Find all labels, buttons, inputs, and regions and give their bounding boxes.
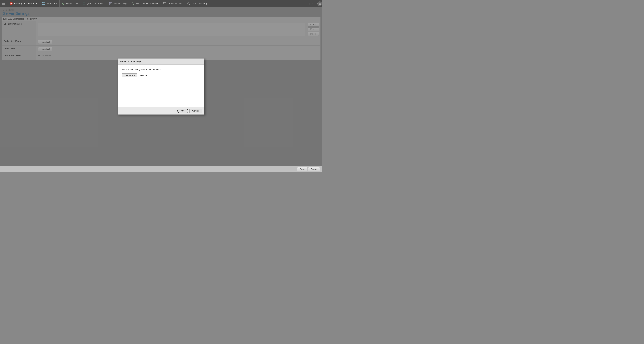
import-certificate-dialog: Import Certificate(s) Select a certifica… xyxy=(118,59,204,115)
svg-rect-5 xyxy=(63,3,64,3)
nav-label-tie-reputations: TIE Reputations xyxy=(167,3,182,5)
svg-rect-4 xyxy=(62,3,63,4)
svg-rect-18 xyxy=(164,2,166,4)
nav-item-active-response[interactable]: Active Response Search xyxy=(129,0,161,7)
topbar: ☰ ePolicy Orchestrator Dashboards xyxy=(0,0,322,7)
dashboards-icon xyxy=(42,2,45,5)
nav-label-dashboards: Dashboards xyxy=(46,3,57,5)
modal-cancel-button[interactable]: Cancel xyxy=(190,109,202,113)
svg-rect-0 xyxy=(42,2,43,4)
topbar-right: Log Off xyxy=(304,0,322,7)
menu-button[interactable]: ☰ xyxy=(0,0,7,7)
selected-file-name: client.crt xyxy=(139,74,148,77)
nav-label-system-tree: System Tree xyxy=(66,3,78,5)
user-avatar xyxy=(318,1,322,6)
choose-file-button[interactable]: Choose File xyxy=(122,74,138,77)
svg-point-21 xyxy=(320,3,320,4)
bottom-bar: Save Cancel xyxy=(0,166,322,172)
nav-label-active-response: Active Response Search xyxy=(136,3,158,5)
svg-rect-6 xyxy=(63,4,64,5)
nav-label-policy-catalog: Policy Catalog xyxy=(113,3,126,5)
nav-bar: Dashboards System Tree Queries & Reports xyxy=(40,0,304,7)
file-input-row: Choose File client.crt xyxy=(122,74,200,77)
policy-icon xyxy=(109,2,112,5)
system-tree-icon xyxy=(62,2,65,5)
svg-rect-7 xyxy=(64,3,65,3)
svg-line-12 xyxy=(85,4,86,5)
main-content: Configuration Server Settings Edit DXL C… xyxy=(0,7,322,166)
active-response-icon xyxy=(131,2,134,5)
nav-item-queries-reports[interactable]: Queries & Reports xyxy=(80,0,106,7)
svg-rect-2 xyxy=(42,4,43,5)
nav-item-server-task-log[interactable]: Server Task Log xyxy=(185,0,209,7)
nav-label-server-task-log: Server Task Log xyxy=(191,3,206,5)
logout-button[interactable]: Log Off xyxy=(304,0,316,7)
modal-ok-button[interactable]: OK xyxy=(178,109,188,113)
brand-name: ePolicy Orchestrator xyxy=(14,2,37,5)
menu-icon: ☰ xyxy=(2,2,5,6)
modal-instruction: Select a certificate(s) file (PEM) to im… xyxy=(122,69,200,71)
save-button[interactable]: Save xyxy=(297,167,307,171)
queries-icon xyxy=(83,2,86,5)
nav-item-tie-reputations[interactable]: TIE Reputations xyxy=(161,0,185,7)
server-task-icon xyxy=(187,2,190,5)
nav-item-policy-catalog[interactable]: Policy Catalog xyxy=(107,0,129,7)
logout-label: Log Off xyxy=(307,3,314,5)
nav-item-dashboards[interactable]: Dashboards xyxy=(40,0,60,7)
modal-body: Select a certificate(s) file (PEM) to im… xyxy=(118,65,204,107)
svg-rect-1 xyxy=(44,2,44,4)
brand-icon xyxy=(9,2,13,6)
svg-point-11 xyxy=(83,3,85,5)
svg-rect-3 xyxy=(44,4,44,5)
modal-footer: OK Cancel xyxy=(118,107,204,115)
nav-item-system-tree[interactable]: System Tree xyxy=(60,0,80,7)
cancel-button[interactable]: Cancel xyxy=(308,167,320,171)
nav-label-queries-reports: Queries & Reports xyxy=(87,3,104,5)
modal-title: Import Certificate(s) xyxy=(118,59,204,65)
tie-icon xyxy=(163,2,166,5)
modal-overlay: Import Certificate(s) Select a certifica… xyxy=(0,7,322,166)
brand: ePolicy Orchestrator xyxy=(7,0,40,7)
